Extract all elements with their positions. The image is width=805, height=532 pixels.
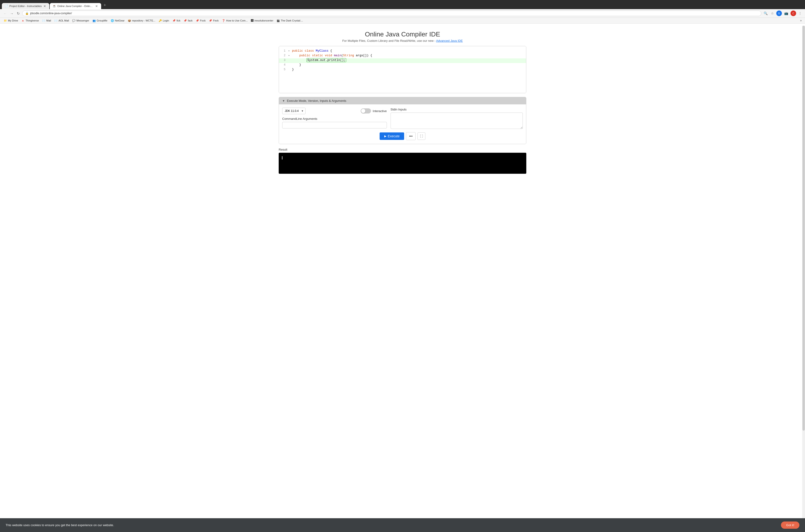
tab-favicon-2: ☕ <box>53 4 56 8</box>
cmdline-input[interactable] <box>282 122 387 129</box>
thingiverse-icon: 🔺 <box>21 19 24 22</box>
dots-icon: ••• <box>409 134 413 138</box>
bookmark-groupme[interactable]: 👥 GroupMe <box>91 19 109 23</box>
scrollbar-thumb[interactable] <box>802 26 805 431</box>
new-tab-button[interactable]: + <box>101 2 108 8</box>
execute-panel: ▼ Execute Mode, Version, Inputs & Argume… <box>279 97 526 144</box>
toggle-knob <box>361 109 366 113</box>
interactive-group: Interactive <box>361 108 387 114</box>
bookmark-label-iresolution: iresolutioncenter <box>255 19 273 22</box>
profile-avatar-2[interactable]: C <box>790 11 796 16</box>
line-indicator-5 <box>288 68 292 68</box>
cmdline-label: CommandLine Arguments <box>282 117 387 120</box>
interactive-toggle[interactable] <box>361 108 371 114</box>
line-content-2: public static void main(String args[]) { <box>292 54 526 57</box>
bookmark-messenger[interactable]: 💬 Messenger <box>71 19 90 23</box>
tab-favicon-1: 📄 <box>5 4 8 8</box>
execute-button[interactable]: ▶ Execute <box>380 132 405 140</box>
execute-left-col: JDK 11.0.4 JDK 8 JDK 14 ▼ Intera <box>282 108 387 130</box>
jdk-select-wrapper: JDK 11.0.4 JDK 8 JDK 14 ▼ <box>282 108 305 114</box>
line-indicator-2: ▾ <box>288 54 292 57</box>
search-icon[interactable]: 🔍 <box>763 11 769 16</box>
line-content-5: } <box>292 68 526 71</box>
bookmark-iresolution[interactable]: 🅰 iresolutioncenter <box>249 19 275 22</box>
line-number-2: 2 <box>279 54 288 57</box>
stdin-label: Stdin Inputs <box>391 108 523 111</box>
bookmark-repository[interactable]: 📦 repository - WCTE... <box>126 19 157 23</box>
result-label: Result <box>279 148 526 151</box>
line-indicator-3 <box>288 58 292 59</box>
bookmark-label-aol-mail: AOL Mail <box>58 19 69 22</box>
bookmark-label-dark-crystal: The Dark Crystal:... <box>281 19 303 22</box>
bookmark-fack[interactable]: 📌 fack <box>182 19 194 23</box>
bookmark-netgear[interactable]: 🌐 NetGear <box>109 19 126 23</box>
line-number-1: 1 <box>279 49 288 53</box>
cmdline-group: CommandLine Arguments <box>282 117 387 129</box>
expand-button[interactable]: ⛶ <box>417 132 425 140</box>
execute-row1: JDK 11.0.4 JDK 8 JDK 14 ▼ Intera <box>282 108 387 114</box>
menu-icon[interactable]: ⋮ <box>798 11 803 16</box>
bookmark-login[interactable]: 🔑 Login <box>157 19 170 23</box>
iresolution-icon: 🅰 <box>251 19 254 22</box>
line-number-4: 4 <box>279 63 288 66</box>
bookmark-my-drive[interactable]: 📁 My Drive <box>2 19 19 23</box>
expand-icon: ⛶ <box>420 134 423 138</box>
tab-close-2[interactable]: ✕ <box>95 5 98 8</box>
bookmark-fick[interactable]: 📌 fick <box>171 19 182 23</box>
fock-icon: 📌 <box>196 19 199 22</box>
tab-project-editor[interactable]: 📄 Project Editor - Instructables ✕ <box>2 3 49 9</box>
lock-icon: 🔒 <box>25 12 29 15</box>
cast-icon[interactable]: 📺 <box>783 11 789 16</box>
browser-chrome: 📄 Project Editor - Instructables ✕ ☕ Onl… <box>0 0 805 24</box>
code-line-5: 5 } <box>279 68 526 72</box>
bookmark-howto[interactable]: ❓ How to Use Com... <box>221 19 249 23</box>
bookmark-dark-crystal[interactable]: 🎬 The Dark Crystal:... <box>275 19 304 23</box>
messenger-icon: 💬 <box>72 19 75 22</box>
forward-button[interactable]: → <box>9 11 15 16</box>
back-button[interactable]: ← <box>2 11 8 16</box>
execute-actions: ▶ Execute ••• ⛶ <box>282 130 523 140</box>
execute-header[interactable]: ▼ Execute Mode, Version, Inputs & Argume… <box>279 97 526 104</box>
bookmark-label-howto: How to Use Com... <box>226 19 248 22</box>
refresh-button[interactable]: ↻ <box>16 11 21 16</box>
bookmark-label-login: Login <box>163 19 169 22</box>
profile-avatar-1[interactable]: G <box>776 11 782 16</box>
execute-btn-label: Execute <box>388 134 400 138</box>
tab-bar: 📄 Project Editor - Instructables ✕ ☕ Onl… <box>0 0 805 9</box>
page-header: Online Java Compiler IDE For Multiple Fi… <box>0 24 805 46</box>
more-options-button[interactable]: ••• <box>406 132 416 140</box>
bookmark-label-my-drive: My Drive <box>8 19 18 22</box>
address-text: jdoodle.com/online-java-compiler/ <box>30 12 758 15</box>
stdin-textarea[interactable] <box>391 113 523 129</box>
bookmark-mail[interactable]: ✉️ Mail <box>41 19 52 23</box>
bookmark-thingiverse[interactable]: 🔺 Thingiverse <box>20 19 40 23</box>
bookmark-label-messenger: Messenger <box>76 19 89 22</box>
execute-body: JDK 11.0.4 JDK 8 JDK 14 ▼ Intera <box>279 104 526 144</box>
line-content-3: System.out.println(); <box>292 58 526 62</box>
advanced-ide-link[interactable]: Advanced Java IDE <box>436 39 463 42</box>
groupme-icon: 👥 <box>93 19 96 22</box>
bookmark-aol-mail[interactable]: ✉️ AOL Mail <box>53 19 70 23</box>
feck-icon: 📌 <box>209 19 212 22</box>
cookie-accept-button[interactable]: Got it! <box>781 521 799 529</box>
line-content-4: } <box>292 63 526 66</box>
scrollbar-track[interactable] <box>802 26 805 530</box>
repository-icon: 📦 <box>128 19 131 22</box>
my-drive-icon: 📁 <box>4 19 7 22</box>
code-editor-wrapper: 1 ▾ public class MyClass { 2 ▾ public st… <box>279 46 526 93</box>
cookie-text: This website uses cookies to ensure you … <box>6 524 114 527</box>
execute-two-col: JDK 11.0.4 JDK 8 JDK 14 ▼ Intera <box>282 108 523 130</box>
line-number-5: 5 <box>279 68 288 71</box>
bookmark-star-icon[interactable]: ☆ <box>770 11 775 16</box>
chevron-down-icon: ▼ <box>282 99 285 102</box>
bookmarks-bar: 📁 My Drive 🔺 Thingiverse ✉️ Mail ✉️ AOL … <box>0 18 805 24</box>
bookmarks-overflow[interactable]: » <box>799 18 803 23</box>
bookmark-label-fock: Fock <box>200 19 206 22</box>
bookmark-fock[interactable]: 📌 Fock <box>194 19 207 23</box>
code-editor[interactable]: 1 ▾ public class MyClass { 2 ▾ public st… <box>279 46 526 93</box>
bookmark-feck[interactable]: 📌 Feck <box>207 19 220 23</box>
jdk-version-select[interactable]: JDK 11.0.4 JDK 8 JDK 14 <box>282 108 305 114</box>
address-bar[interactable]: 🔒 jdoodle.com/online-java-compiler/ <box>22 11 761 16</box>
tab-close-1[interactable]: ✕ <box>43 5 46 8</box>
tab-java-compiler[interactable]: ☕ Online Java Compiler - Online... ✕ <box>50 3 101 9</box>
